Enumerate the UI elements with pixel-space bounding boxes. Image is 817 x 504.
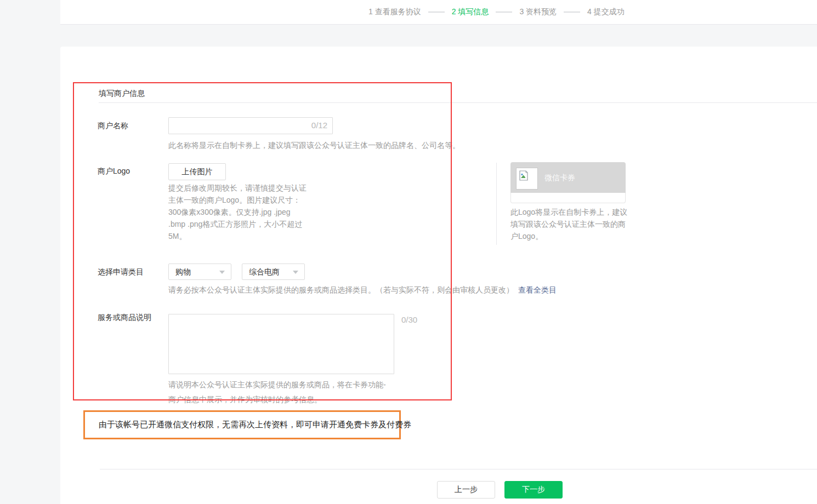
merchant-name-counter: 0/12 (311, 121, 327, 130)
description-counter: 0/30 (401, 315, 417, 324)
category-hint-text: 请务必按本公众号认证主体实际提供的服务或商品选择类目。（若与实际不符，则会由审核… (168, 285, 514, 294)
merchant-name-label: 商户名称 (98, 121, 128, 131)
category-primary-select[interactable]: 购物 (168, 264, 231, 280)
chevron-down-icon (293, 271, 298, 274)
description-label: 服务或商品说明 (98, 313, 151, 323)
section-title: 填写商户信息 (99, 89, 145, 99)
upload-image-button[interactable]: 上传图片 (168, 163, 226, 180)
card-preview: 微信卡券 (510, 162, 626, 203)
wechat-pay-notice-text: 由于该帐号已开通微信支付权限，无需再次上传资料，即可申请开通免费卡券及付费券 (99, 420, 411, 430)
step-separator-line (428, 12, 445, 13)
view-all-categories-link[interactable]: 查看全类目 (518, 285, 557, 294)
card-preview-title: 微信卡券 (544, 162, 575, 193)
step-preview: 3 资料预览 (519, 7, 557, 17)
chevron-down-icon (219, 271, 225, 274)
merchant-name-field-wrap: 0/12 (168, 117, 333, 134)
category-hint: 请务必按本公众号认证主体实际提供的服务或商品选择类目。（若与实际不符，则会由审核… (168, 284, 557, 296)
step-separator-line (496, 12, 512, 13)
category-label: 选择申请类目 (98, 267, 144, 277)
merchant-name-input[interactable] (168, 117, 333, 134)
previous-step-button[interactable]: 上一步 (437, 481, 495, 499)
description-textarea[interactable] (168, 314, 394, 374)
footer-divider (100, 469, 817, 469)
card-preview-hint: 此Logo将显示在自制卡券上，建议填写跟该公众号认证主体一致的商户Logo。 (510, 206, 630, 242)
top-header-bar: 1 查看服务协议 2 填写信息 3 资料预览 4 提交成功 (60, 0, 817, 25)
step-fill-info: 2 填写信息 (452, 7, 489, 17)
wechat-pay-notice-box: 由于该帐号已开通微信支付权限，无需再次上传资料，即可申请开通免费卡券及付费券 (83, 410, 401, 439)
merchant-name-hint: 此名称将显示在自制卡券上，建议填写跟该公众号认证主体一致的品牌名、公司名等。 (168, 139, 460, 151)
page: 1 查看服务协议 2 填写信息 3 资料预览 4 提交成功 填写商户信息 商户名… (0, 0, 817, 504)
preview-divider-line (496, 163, 497, 245)
section-divider (99, 102, 817, 103)
step-separator-line (564, 12, 580, 13)
merchant-logo-label: 商户Logo (98, 167, 130, 176)
left-sidebar (0, 0, 60, 504)
category-secondary-select[interactable]: 综合电商 (242, 264, 305, 280)
step-view-agreement: 1 查看服务协议 (368, 7, 421, 17)
next-step-button[interactable]: 下一步 (504, 481, 563, 499)
merchant-logo-hint: 提交后修改周期较长，请谨慎提交与认证主体一致的商户Logo。图片建议尺寸：300… (168, 182, 309, 242)
card-preview-header: 微信卡券 (510, 162, 626, 193)
category-primary-value: 购物 (175, 264, 191, 279)
step-success: 4 提交成功 (587, 7, 625, 17)
category-secondary-value: 综合电商 (249, 264, 280, 279)
broken-image-icon (516, 168, 538, 190)
card-preview-body (510, 193, 626, 203)
description-hint: 请说明本公众号认证主体实际提供的服务或商品，将在卡券功能-商户信息中展示，并作为… (168, 377, 391, 407)
wizard-stepper: 1 查看服务协议 2 填写信息 3 资料预览 4 提交成功 (368, 0, 625, 24)
